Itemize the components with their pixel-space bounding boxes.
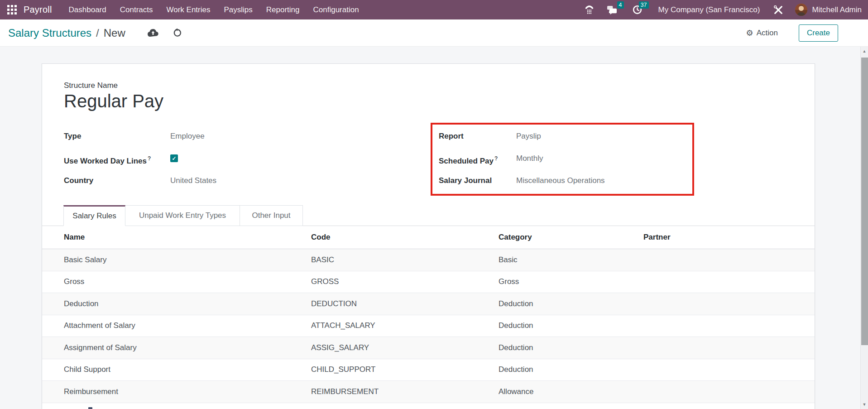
debug-tools-icon[interactable] — [773, 5, 783, 15]
messages-badge: 4 — [617, 1, 624, 9]
field-scheduled-pay: Scheduled Pay? Monthly — [439, 153, 543, 166]
messages-icon[interactable]: 4 — [607, 5, 617, 14]
activities-clock-icon[interactable]: 37 — [633, 5, 642, 14]
action-menu-button[interactable]: ⚙ Action — [746, 28, 778, 38]
vertical-scrollbar[interactable]: ▲ ▼ — [860, 47, 868, 409]
user-menu[interactable]: Mitchell Admin — [812, 5, 862, 14]
cell-name: Gross — [64, 277, 311, 286]
menu-work-entries[interactable]: Work Entries — [159, 0, 217, 19]
activities-badge: 37 — [639, 1, 649, 9]
cell-code: REIMBURSEMENT — [311, 387, 499, 396]
clipped-table-row — [42, 403, 815, 409]
notebook-tabs: Salary Rules Unpaid Work Entry Types Oth… — [42, 205, 815, 226]
save-cloud-icon[interactable] — [147, 29, 159, 38]
breadcrumb: Salary Structures / New — [8, 27, 125, 39]
cell-code: BASIC — [311, 255, 499, 265]
field-country: Country United States — [64, 175, 216, 188]
table-row[interactable]: Deduction DEDUCTION Deduction — [42, 293, 815, 315]
breadcrumb-separator: / — [96, 27, 99, 39]
cell-name: Deduction — [64, 299, 311, 308]
table-row[interactable]: Reimbursement REIMBURSEMENT Allowance — [42, 381, 815, 403]
table-row[interactable]: Attachment of Salary ATTACH_SALARY Deduc… — [42, 315, 815, 337]
cell-category: Basic — [499, 255, 643, 265]
tab-other-input[interactable]: Other Input — [240, 205, 303, 226]
discard-icon[interactable] — [173, 28, 182, 38]
column-header-code[interactable]: Code — [311, 233, 499, 242]
content-area: Structure Name Regular Pay Type Employee… — [0, 47, 868, 409]
cell-category: Allowance — [499, 387, 643, 396]
country-value[interactable]: United States — [170, 175, 216, 186]
country-label: Country — [64, 175, 170, 186]
apps-menu-icon[interactable] — [6, 5, 17, 15]
cell-code: ATTACH_SALARY — [311, 321, 499, 330]
app-name[interactable]: Payroll — [24, 5, 52, 15]
table-row[interactable]: Child Support CHILD_SUPPORT Deduction — [42, 359, 815, 381]
form-sheet: Structure Name Regular Pay Type Employee… — [42, 63, 815, 409]
salary-rules-table: Name Code Category Partner Basic Salary … — [42, 226, 815, 409]
cell-name: Child Support — [64, 365, 311, 374]
scheduled-pay-value[interactable]: Monthly — [516, 153, 543, 164]
table-body: Basic Salary BASIC Basic Gross GROSS Gro… — [42, 249, 815, 409]
cell-name: Reimbursement — [64, 387, 311, 396]
tab-unpaid-work-entry-types[interactable]: Unpaid Work Entry Types — [125, 205, 240, 226]
cell-category: Deduction — [499, 365, 643, 374]
type-value[interactable]: Employee — [170, 131, 205, 142]
report-value[interactable]: Payslip — [516, 131, 541, 142]
menu-reporting[interactable]: Reporting — [259, 0, 307, 19]
scheduled-pay-label: Scheduled Pay? — [439, 153, 516, 167]
column-header-name[interactable]: Name — [64, 233, 311, 242]
menu-contracts[interactable]: Contracts — [113, 0, 160, 19]
company-switcher[interactable]: My Company (San Francisco) — [658, 5, 760, 14]
breadcrumb-parent-link[interactable]: Salary Structures — [8, 27, 91, 39]
scroll-down-arrow[interactable]: ▼ — [861, 402, 868, 407]
top-navbar: Payroll Dashboard Contracts Work Entries… — [0, 0, 868, 19]
use-worked-day-lines-checkbox[interactable]: ✓ — [170, 154, 178, 162]
cell-category: Gross — [499, 277, 643, 286]
action-label: Action — [757, 29, 778, 38]
cell-code: DEDUCTION — [311, 299, 499, 308]
scrollbar-thumb[interactable] — [861, 58, 868, 345]
clipped-text-fragment — [88, 407, 92, 409]
cell-category: Deduction — [499, 343, 643, 352]
cell-category: Deduction — [499, 299, 643, 308]
column-header-category[interactable]: Category — [499, 233, 643, 242]
cell-code: CHILD_SUPPORT — [311, 365, 499, 374]
menu-payslips[interactable]: Payslips — [217, 0, 259, 19]
report-label: Report — [439, 131, 516, 142]
cell-name: Basic Salary — [64, 255, 311, 265]
cell-name: Assignment of Salary — [64, 343, 311, 352]
cell-code: ASSIG_SALARY — [311, 343, 499, 352]
structure-name-value[interactable]: Regular Pay — [64, 90, 163, 112]
tab-salary-rules[interactable]: Salary Rules — [63, 205, 125, 226]
cell-category: Deduction — [499, 321, 643, 330]
structure-name-label: Structure Name — [64, 81, 118, 90]
menu-dashboard[interactable]: Dashboard — [62, 0, 113, 19]
cell-code: GROSS — [311, 277, 499, 286]
help-question-mark: ? — [148, 155, 151, 162]
systray: 4 37 My Company (San Francisco) — [585, 4, 862, 16]
field-report: Report Payslip — [439, 131, 541, 144]
grid-icon — [7, 5, 17, 14]
type-label: Type — [64, 131, 170, 142]
table-row[interactable]: Basic Salary BASIC Basic — [42, 249, 815, 271]
voip-phone-icon[interactable] — [585, 5, 594, 14]
field-type: Type Employee — [64, 131, 205, 144]
table-row[interactable]: Assignment of Salary ASSIG_SALARY Deduct… — [42, 337, 815, 359]
breadcrumb-current: New — [104, 27, 125, 39]
user-avatar[interactable] — [795, 4, 807, 16]
check-icon: ✓ — [172, 156, 176, 161]
salary-journal-value[interactable]: Miscellaneous Operations — [516, 175, 605, 186]
salary-journal-label: Salary Journal — [439, 175, 516, 186]
table-row[interactable]: Gross GROSS Gross — [42, 271, 815, 294]
main-menu: Dashboard Contracts Work Entries Payslip… — [62, 0, 366, 19]
gear-icon: ⚙ — [746, 28, 753, 38]
menu-configuration[interactable]: Configuration — [307, 0, 366, 19]
column-header-partner[interactable]: Partner — [643, 233, 815, 242]
table-header-row: Name Code Category Partner — [42, 226, 815, 249]
scroll-up-arrow[interactable]: ▲ — [861, 49, 868, 53]
help-question-mark: ? — [494, 155, 498, 162]
cell-name: Attachment of Salary — [64, 321, 311, 330]
control-panel: Salary Structures / New ⚙ Action Create — [0, 19, 868, 47]
create-button[interactable]: Create — [799, 24, 838, 42]
field-use-worked-day-lines: Use Worked Day Lines? ✓ — [64, 153, 178, 166]
